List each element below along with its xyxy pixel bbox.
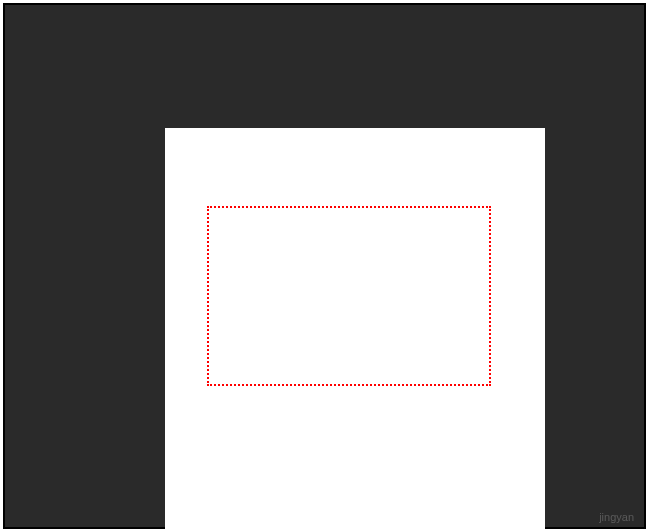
workspace-area[interactable] [25,25,624,507]
watermark-text: jingyan [599,511,634,523]
editor-frame: jingyan [3,3,646,529]
canvas[interactable] [165,128,545,532]
selection-marquee[interactable] [207,206,491,386]
